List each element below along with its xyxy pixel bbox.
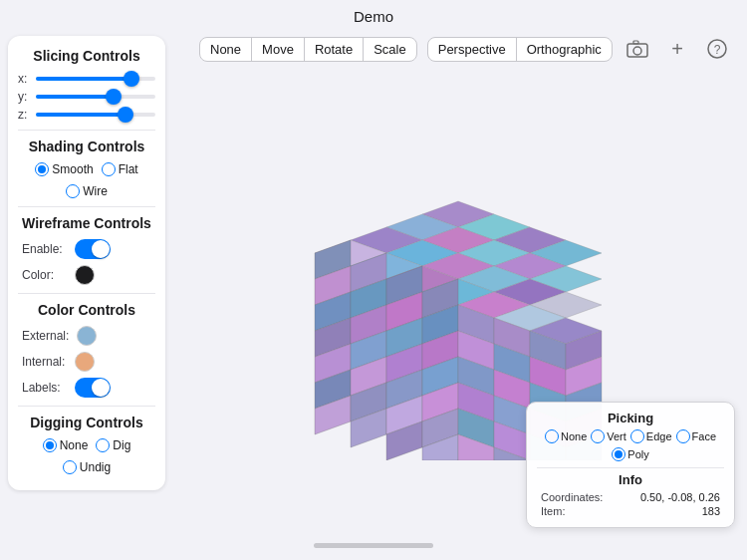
wireframe-enable-row: Enable:: [18, 239, 155, 259]
color-labels-toggle[interactable]: [75, 378, 111, 398]
shading-wire-label: Wire: [83, 184, 108, 198]
picking-vert-radio: [591, 429, 605, 443]
info-divider: [537, 467, 724, 468]
wireframe-enable-label: Enable:: [22, 242, 67, 256]
wireframe-color-swatch[interactable]: [75, 265, 95, 285]
toggle-knob-labels: [92, 379, 110, 397]
shading-flat[interactable]: Flat: [102, 162, 138, 176]
picking-poly-label: Poly: [627, 448, 648, 460]
wireframe-enable-toggle[interactable]: [75, 239, 111, 259]
digging-dig-label: Dig: [113, 438, 130, 452]
color-internal-label: Internal:: [22, 355, 67, 369]
left-panel: Slicing Controls x: y: z: Shading Contro…: [8, 36, 165, 490]
slider-z-track[interactable]: [36, 113, 155, 117]
shading-wire-radio: [66, 184, 80, 198]
coordinates-row: Coordinates: 0.50, -0.08, 0.26: [537, 491, 724, 503]
color-internal-row: Internal:: [18, 352, 155, 372]
shading-smooth-label: Smooth: [52, 162, 93, 176]
slider-z-label: z:: [18, 108, 36, 122]
picking-poly-radio: [612, 447, 625, 461]
item-value: 183: [702, 505, 720, 517]
picking-edge-label: Edge: [646, 430, 672, 442]
shading-smooth[interactable]: Smooth: [35, 162, 93, 176]
app-title: Demo: [0, 0, 747, 29]
shading-flat-label: Flat: [119, 162, 138, 176]
slicing-title: Slicing Controls: [18, 48, 155, 64]
digging-none-label: None: [60, 438, 89, 452]
shading-options: Smooth Flat Wire: [18, 162, 155, 198]
item-label: Item:: [541, 505, 565, 517]
slider-y-track[interactable]: [36, 95, 155, 99]
wireframe-color-row: Color:: [18, 265, 155, 285]
toggle-knob: [92, 240, 110, 258]
slider-y-row: y:: [18, 90, 155, 104]
info-title: Info: [537, 472, 724, 487]
color-title: Color Controls: [18, 302, 155, 318]
color-labels-row: Labels:: [18, 378, 155, 398]
coordinates-label: Coordinates:: [541, 491, 603, 503]
digging-undig[interactable]: Undig: [63, 460, 111, 474]
slider-y-label: y:: [18, 90, 36, 104]
digging-none-radio: [43, 438, 57, 452]
digging-title: Digging Controls: [18, 415, 155, 430]
picking-none-radio: [545, 429, 559, 443]
home-indicator: [314, 543, 433, 548]
slider-x-row: x:: [18, 72, 155, 86]
info-panel: Picking None Vert Edge Face Poly Info Co…: [526, 402, 735, 528]
picking-face[interactable]: Face: [676, 429, 716, 443]
shading-wire[interactable]: Wire: [66, 184, 108, 198]
digging-dig[interactable]: Dig: [96, 438, 130, 452]
digging-undig-label: Undig: [80, 460, 111, 474]
digging-undig-radio: [63, 460, 77, 474]
color-labels-label: Labels:: [22, 381, 67, 395]
wireframe-color-label: Color:: [22, 268, 67, 282]
slider-z-row: z:: [18, 108, 155, 122]
wireframe-title: Wireframe Controls: [18, 215, 155, 231]
digging-dig-radio: [96, 438, 110, 452]
item-row: Item: 183: [537, 505, 724, 517]
picking-face-radio: [676, 429, 690, 443]
color-internal-swatch[interactable]: [75, 352, 95, 372]
picking-face-label: Face: [692, 430, 716, 442]
picking-edge-radio: [630, 429, 644, 443]
digging-options: None Dig Undig: [18, 438, 155, 474]
shading-flat-radio: [102, 162, 116, 176]
slider-x-track[interactable]: [36, 77, 155, 81]
picking-none-label: None: [561, 430, 587, 442]
picking-vert-label: Vert: [607, 430, 626, 442]
picking-poly[interactable]: Poly: [612, 447, 648, 461]
picking-title: Picking: [537, 411, 724, 425]
picking-options: None Vert Edge Face Poly: [537, 429, 724, 461]
coordinates-value: 0.50, -0.08, 0.26: [640, 491, 720, 503]
picking-edge[interactable]: Edge: [630, 429, 672, 443]
color-external-row: External:: [18, 326, 155, 346]
color-external-swatch[interactable]: [77, 326, 97, 346]
slider-x-label: x:: [18, 72, 36, 86]
picking-none[interactable]: None: [545, 429, 587, 443]
color-external-label: External:: [22, 329, 69, 343]
picking-vert[interactable]: Vert: [591, 429, 626, 443]
digging-none[interactable]: None: [43, 438, 89, 452]
shading-title: Shading Controls: [18, 139, 155, 154]
shading-smooth-radio: [35, 162, 49, 176]
